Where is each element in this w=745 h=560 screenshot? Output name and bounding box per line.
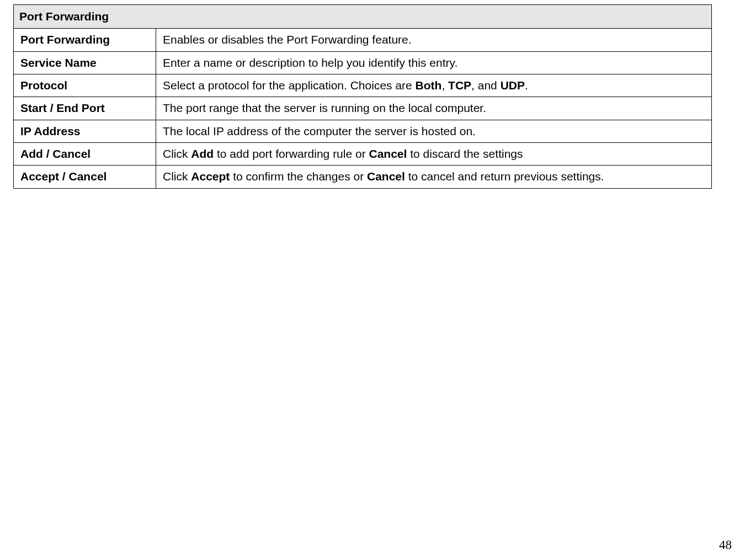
row-label: IP Address xyxy=(14,120,156,142)
row-description: Select a protocol for the application. C… xyxy=(156,74,712,97)
table-row: Port ForwardingEnables or disables the P… xyxy=(14,29,712,51)
row-description: The port range that the server is runnin… xyxy=(156,97,712,120)
text: Enter a name or description to help you … xyxy=(163,56,457,69)
text: Enables or disables the Port Forwarding … xyxy=(163,33,412,46)
row-description: Click Accept to confirm the changes or C… xyxy=(156,166,712,188)
row-label: Port Forwarding xyxy=(14,29,156,51)
bold-text: UDP xyxy=(501,79,525,92)
text: . xyxy=(525,79,528,92)
text: to discard the settings xyxy=(407,147,523,160)
row-label: Service Name xyxy=(14,51,156,74)
document-page: Port Forwarding Port ForwardingEnables o… xyxy=(0,0,745,189)
table-row: Start / End PortThe port range that the … xyxy=(14,97,712,120)
bold-text: Accept xyxy=(191,170,230,183)
table-row: Accept / CancelClick Accept to confirm t… xyxy=(14,166,712,188)
table-body: Port ForwardingEnables or disables the P… xyxy=(14,29,712,188)
table-row: Service NameEnter a name or description … xyxy=(14,51,712,74)
page-number: 48 xyxy=(719,538,732,552)
text: , xyxy=(441,79,448,92)
table-row: Add / CancelClick Add to add port forwar… xyxy=(14,143,712,166)
bold-text: Cancel xyxy=(367,170,405,183)
text: to add port forwarding rule or xyxy=(214,147,369,160)
text: Click xyxy=(163,147,191,160)
text: The port range that the server is runnin… xyxy=(163,102,486,114)
table-title: Port Forwarding xyxy=(14,5,712,29)
bold-text: Cancel xyxy=(369,147,407,160)
bold-text: Add xyxy=(191,147,214,160)
port-forwarding-table: Port Forwarding Port ForwardingEnables o… xyxy=(13,4,712,189)
text: , and xyxy=(471,79,501,92)
table-row: ProtocolSelect a protocol for the applic… xyxy=(14,74,712,97)
text: Click xyxy=(163,170,191,183)
row-description: Enables or disables the Port Forwarding … xyxy=(156,29,712,51)
bold-text: Both xyxy=(416,79,442,92)
row-label: Protocol xyxy=(14,74,156,97)
row-label: Accept / Cancel xyxy=(14,166,156,188)
row-description: Enter a name or description to help you … xyxy=(156,51,712,74)
text: to cancel and return previous settings. xyxy=(405,170,604,183)
text: Select a protocol for the application. C… xyxy=(163,79,416,92)
row-description: The local IP address of the computer the… xyxy=(156,120,712,142)
text: The local IP address of the computer the… xyxy=(163,125,476,137)
table-row: IP AddressThe local IP address of the co… xyxy=(14,120,712,142)
row-label: Add / Cancel xyxy=(14,143,156,166)
text: to confirm the changes or xyxy=(230,170,367,183)
row-description: Click Add to add port forwarding rule or… xyxy=(156,143,712,166)
row-label: Start / End Port xyxy=(14,97,156,120)
bold-text: TCP xyxy=(448,79,471,92)
